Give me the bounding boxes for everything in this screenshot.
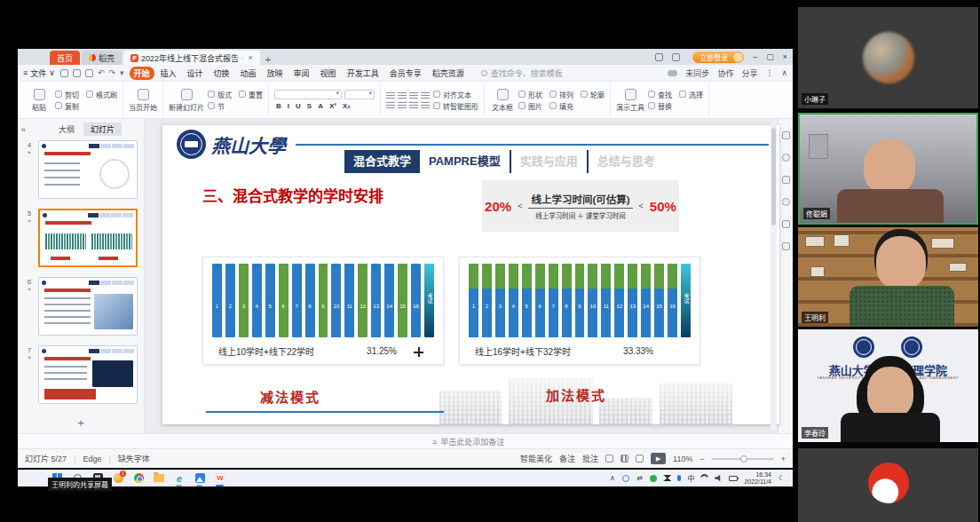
format-button[interactable]: X₂ (341, 102, 352, 110)
ribbon-button[interactable]: 形状 (518, 90, 542, 99)
menu-item[interactable]: 切换 (209, 67, 234, 80)
ribbon-button[interactable]: 节 (208, 101, 232, 111)
tab-docer[interactable]: 稻壳 (82, 51, 122, 65)
sync-status[interactable]: 未同步 (685, 67, 709, 79)
redo-icon[interactable]: ↷ (108, 68, 115, 77)
collaborate-button[interactable]: 协作 (717, 67, 733, 79)
ribbon-button[interactable]: 选择 (679, 90, 703, 99)
layout-icon[interactable] (655, 53, 663, 61)
ribbon-button[interactable]: 文本框 (490, 89, 515, 112)
ribbon-button[interactable]: 格式刷 (86, 90, 117, 99)
tab-home[interactable]: 首页 (50, 51, 80, 65)
menu-item[interactable]: 开始 (130, 67, 154, 80)
apps-grid-icon[interactable] (672, 53, 680, 61)
tray-expand-icon[interactable]: ∧ (608, 474, 616, 482)
menu-item[interactable]: 会员专享 (385, 67, 426, 80)
night-mode-icon[interactable]: ☾ (778, 474, 786, 482)
animation-icon[interactable] (782, 154, 790, 162)
zoom-in-button[interactable]: + (781, 455, 786, 463)
comments-toggle[interactable]: 批注 (582, 453, 598, 464)
participant-tile[interactable]: 小琳子 (798, 7, 978, 108)
notes-toggle[interactable]: 备注 (559, 453, 575, 464)
ribbon-button[interactable]: 填充 (549, 101, 573, 111)
speaker-icon[interactable] (715, 474, 723, 482)
menu-item[interactable]: 放映 (263, 67, 288, 80)
photos-icon[interactable] (194, 473, 205, 484)
participant-tile[interactable]: 佟聪娟 (798, 113, 978, 225)
menu-item[interactable]: 插入 (156, 67, 181, 80)
format-button[interactable]: U (294, 102, 303, 110)
format-button[interactable]: X² (328, 102, 338, 110)
ribbon-button[interactable]: 当页开始 (129, 89, 157, 112)
notes-bar[interactable]: ≡单击此处添加备注 (18, 433, 793, 448)
ribbon-button[interactable]: 轮廓 (581, 90, 605, 99)
zoom-level[interactable]: 110% (673, 455, 692, 463)
menu-item[interactable]: 设计 (183, 67, 208, 80)
align-icon[interactable] (421, 91, 430, 99)
ribbon-button[interactable]: 转智能图形 (433, 101, 478, 111)
dingtalk-icon[interactable]: 1 (113, 473, 123, 484)
collapse-ribbon-icon[interactable]: ∧ (781, 68, 787, 77)
format-button[interactable]: S (305, 102, 313, 110)
ribbon-button[interactable]: 新建幻灯片 (169, 89, 204, 112)
beautify-button[interactable]: 智能美化 (520, 453, 552, 464)
command-search[interactable]: 查找命令、搜索模板 (481, 67, 563, 79)
menu-item[interactable]: 动画 (236, 67, 261, 80)
antivirus-icon[interactable] (650, 475, 657, 482)
tab-document[interactable]: P 2022年线上线下混合式报告 ◦ × (123, 51, 260, 65)
font-size-select[interactable] (344, 90, 375, 99)
zoom-slider-knob[interactable] (740, 455, 747, 463)
slide-thumbnail[interactable]: 4✦ (23, 140, 140, 199)
ribbon-button[interactable]: 对齐文本 (433, 90, 478, 99)
ribbon-button[interactable]: 查找 (648, 90, 672, 99)
slide-thumbnail[interactable]: 7✦ (23, 345, 140, 404)
close-button[interactable]: × (783, 52, 787, 61)
thumbnail-preview[interactable] (38, 345, 138, 404)
list-icon[interactable] (421, 101, 430, 108)
missing-font-warning[interactable]: 缺失字体 (118, 453, 150, 464)
ribbon-button[interactable]: 剪切 (55, 90, 79, 99)
slide-5[interactable]: 燕山大學 混合式教学PAMPRE模型实践与应用总结与思考 三、混合式教学的学时安… (162, 125, 779, 424)
battery-icon[interactable] (729, 476, 738, 481)
zoom-out-button[interactable]: − (699, 455, 704, 463)
format-button[interactable]: B (274, 102, 283, 110)
menu-item[interactable]: 审阅 (289, 67, 314, 80)
wifi-icon[interactable] (700, 474, 708, 482)
print-icon[interactable] (85, 69, 93, 77)
slide-thumbnail[interactable]: 6✦ (23, 277, 140, 336)
share-button[interactable]: 分享 (741, 67, 757, 79)
menu-item[interactable]: 开发工具 (343, 67, 383, 80)
comment-panel-icon[interactable] (782, 220, 790, 228)
normal-view-icon[interactable] (605, 455, 613, 463)
ribbon-button[interactable]: 排列 (549, 90, 573, 99)
microphone-icon[interactable] (677, 475, 681, 481)
list-icon[interactable] (386, 101, 395, 108)
list-icon[interactable] (398, 101, 407, 108)
thumbnail-preview[interactable] (38, 209, 138, 267)
vertical-scrollbar[interactable] (771, 121, 777, 431)
slideshow-button[interactable]: ▶ (651, 453, 666, 464)
sorter-view-icon[interactable] (620, 455, 628, 463)
collapse-panel-button[interactable]: « (21, 125, 26, 134)
more-tools-icon[interactable] (782, 242, 790, 250)
ribbon-button[interactable]: 版式 (208, 90, 232, 99)
more-icon[interactable]: ⋮ (765, 68, 773, 77)
chrome-icon[interactable] (133, 473, 144, 484)
list-icon[interactable] (409, 101, 418, 108)
clock[interactable]: 16:342022/11/4 (744, 471, 771, 486)
undo-icon[interactable]: ↶ (98, 68, 105, 77)
ie-browser-icon[interactable]: e (174, 473, 185, 484)
panel-tab[interactable]: 大纲 (51, 123, 82, 136)
maximize-button[interactable]: ▢ (766, 52, 774, 61)
zoom-slider[interactable] (712, 458, 774, 460)
font-name-select[interactable] (274, 90, 342, 99)
add-slide-button[interactable]: + (18, 416, 144, 430)
new-tab-button[interactable]: + (265, 54, 271, 65)
menu-item[interactable]: 视图 (316, 67, 341, 80)
login-button[interactable]: 立即登录 (692, 51, 740, 63)
format-button[interactable]: I (286, 102, 291, 110)
align-icon[interactable] (398, 91, 407, 99)
close-tab-icon[interactable]: × (249, 53, 253, 62)
reading-view-icon[interactable] (636, 455, 644, 463)
ime-indicator[interactable]: 中 (687, 473, 694, 483)
